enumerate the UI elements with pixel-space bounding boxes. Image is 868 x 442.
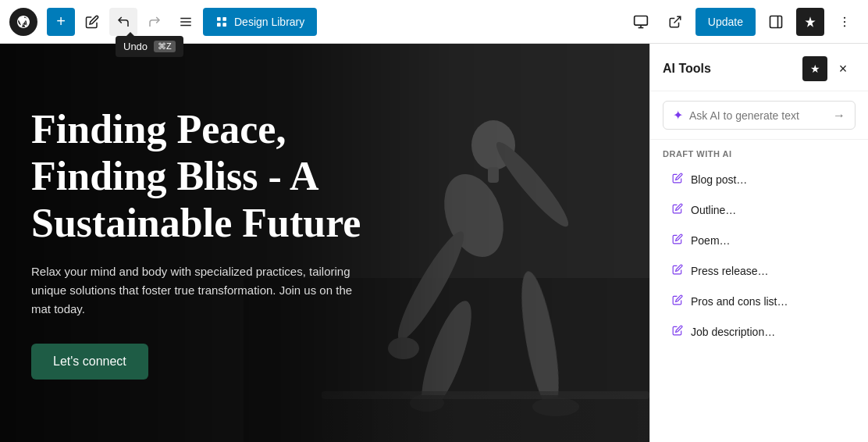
draft-item-outline[interactable]: Outline…: [663, 195, 856, 224]
ai-send-button[interactable]: →: [833, 109, 845, 123]
ai-panel-title: AI Tools: [663, 62, 711, 76]
main-area: Finding Peace, Finding Bliss - A Sustain…: [0, 44, 868, 442]
ai-panel-header-actions: ★ ×: [802, 56, 856, 81]
external-link-button[interactable]: [661, 8, 689, 36]
draft-item-label: Pros and cons list…: [691, 295, 788, 308]
draft-item-label: Job description…: [691, 326, 775, 338]
design-library-icon: [215, 16, 228, 28]
svg-rect-4: [217, 17, 221, 21]
cta-button[interactable]: Let's connect: [31, 344, 148, 380]
svg-rect-12: [770, 16, 782, 27]
add-button[interactable]: +: [47, 8, 75, 36]
redo-icon: [148, 15, 162, 29]
edit-pen-button[interactable]: [78, 8, 106, 36]
hero-title: Finding Peace, Finding Bliss - A Sustain…: [31, 106, 390, 246]
ai-input-wrapper: ✦ →: [663, 101, 856, 130]
toolbar-left: +: [9, 8, 624, 36]
design-library-button[interactable]: Design Library: [203, 8, 317, 36]
sidebar-toggle-icon: [768, 14, 784, 30]
draft-item-label: Blog post…: [691, 173, 747, 186]
ai-text-input[interactable]: [689, 109, 827, 122]
ai-input-area: ✦ →: [650, 91, 868, 140]
draft-item-pen-icon: [672, 264, 683, 277]
ai-panel-header: AI Tools ★ ×: [650, 44, 868, 91]
draft-item-pros-cons[interactable]: Pros and cons list…: [663, 287, 856, 315]
draft-item-pen-icon: [672, 203, 683, 216]
draft-items-list: Blog post…Outline…Poem…Press release…Pro…: [663, 165, 856, 346]
wordpress-logo[interactable]: [9, 8, 37, 36]
undo-tooltip: Undo ⌘Z: [116, 36, 183, 57]
ai-input-sparkle-icon: ✦: [673, 108, 683, 123]
draft-item-pen-icon: [672, 173, 683, 186]
draft-item-label: Press release…: [691, 265, 769, 277]
external-link-icon: [668, 15, 682, 29]
hero-subtitle: Relax your mind and body with specialize…: [31, 262, 375, 319]
draft-item-pen-icon: [672, 325, 683, 338]
draft-item-poem[interactable]: Poem…: [663, 226, 856, 255]
more-options-button[interactable]: [831, 8, 859, 36]
draft-item-press-release[interactable]: Press release…: [663, 256, 856, 285]
draft-item-pen-icon: [672, 294, 683, 308]
draft-item-job-description[interactable]: Job description…: [663, 317, 856, 346]
svg-rect-6: [217, 23, 221, 27]
ai-tools-panel: AI Tools ★ × ✦ → DRAFT WITH AI: [649, 44, 868, 442]
undo-icon: [116, 15, 130, 29]
draft-section-label: DRAFT WITH AI: [663, 149, 856, 159]
svg-rect-5: [222, 17, 226, 21]
draft-section: DRAFT WITH AI Blog post…Outline…Poem…Pre…: [650, 140, 868, 352]
svg-point-16: [844, 25, 845, 27]
wp-logo-icon: [16, 14, 31, 30]
ai-close-button[interactable]: ×: [831, 56, 856, 81]
hero-content: Finding Peace, Finding Bliss - A Sustain…: [0, 75, 422, 410]
draft-item-label: Outline…: [691, 204, 736, 216]
toolbar: +: [0, 0, 868, 44]
sparkle-icon: [804, 16, 816, 28]
draft-item-blog-post[interactable]: Blog post…: [663, 165, 856, 194]
ai-sparkle-button[interactable]: [796, 8, 824, 36]
svg-rect-8: [635, 16, 648, 25]
draft-item-pen-icon: [672, 233, 683, 247]
draft-item-label: Poem…: [691, 234, 731, 247]
svg-line-11: [674, 16, 680, 23]
monitor-icon: [633, 14, 649, 30]
pen-icon: [85, 15, 99, 29]
list-view-button[interactable]: [172, 8, 200, 36]
sidebar-toggle-button[interactable]: [762, 8, 790, 36]
update-button[interactable]: Update: [695, 8, 756, 36]
toolbar-right: Update: [627, 8, 859, 36]
ai-star-button[interactable]: ★: [802, 56, 827, 81]
more-options-icon: [838, 15, 852, 29]
svg-point-14: [844, 16, 845, 18]
hero-section: Finding Peace, Finding Bliss - A Sustain…: [0, 44, 649, 442]
svg-point-15: [844, 20, 845, 22]
list-view-icon: [179, 15, 193, 29]
svg-rect-7: [222, 23, 226, 27]
redo-button[interactable]: [141, 8, 169, 36]
canvas-area: Finding Peace, Finding Bliss - A Sustain…: [0, 44, 649, 442]
preview-device-button[interactable]: [627, 8, 655, 36]
